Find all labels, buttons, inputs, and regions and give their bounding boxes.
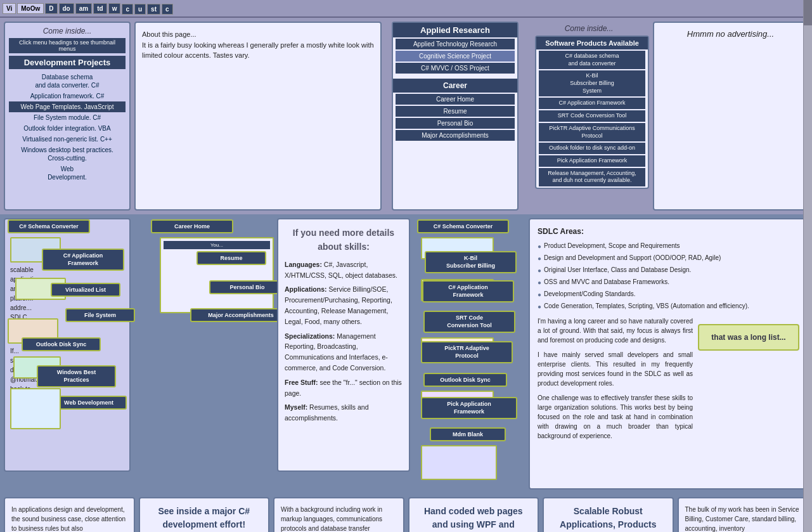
card-major-accomp[interactable]: Major Accomplishments (190, 308, 292, 322)
menu-btn-am[interactable]: am (75, 3, 92, 14)
card-picktr[interactable]: PickTR AdaptiveProtocol (421, 341, 513, 363)
menu-btn-st[interactable]: st (147, 4, 160, 15)
card-outlook-sync[interactable]: Outlook Disk Sync (22, 337, 101, 351)
about-text: About this page...It is a fairly busy lo… (142, 29, 374, 61)
bc5-title: Scalable RobustApplications, Products (550, 505, 666, 531)
menu-btn-do[interactable]: do (59, 3, 74, 14)
card-srt[interactable]: SRT CodeConversion Tool (423, 311, 515, 333)
sdlc-para3: One challenge was to effectively transfe… (538, 393, 693, 441)
card-personal-bio[interactable]: Personal Bio (209, 280, 285, 294)
menu-btn-moow[interactable]: MoOw (17, 3, 44, 14)
card-career-home[interactable]: Career Home (151, 219, 233, 233)
sdlc-item-5: ● Development/Coding Standards. (538, 289, 799, 299)
card-windows-best[interactable]: Windows BestPractices (37, 365, 116, 387)
ar-item-1[interactable]: Applied Technology Research (396, 39, 515, 49)
nav-item-7[interactable]: Windows desktop best practices.Cross-cut… (9, 145, 126, 164)
nav-item-6[interactable]: Virtualised non-generic list. C++ (9, 134, 126, 145)
sdlc-panel: SDLC Areas: ● Product Development, Scope… (529, 218, 808, 490)
menu-btn-vi[interactable]: Vi (3, 3, 16, 14)
right-top-area: Come inside... Software Products Availab… (529, 22, 649, 211)
career-title: Career (393, 79, 517, 93)
card-app-framework[interactable]: C# ApplicationFramework (42, 249, 124, 271)
applied-research-panel: Applied Research Applied Technology Rese… (392, 22, 519, 211)
card-kbil[interactable]: K-BilSubscriber Billing (425, 251, 517, 273)
card-resume[interactable]: Resume (197, 251, 266, 265)
bottom-card-1: In applications design and development, … (4, 497, 135, 532)
bullet-3: ● (538, 266, 541, 275)
left-panel: Come inside... Click menu headings to se… (4, 22, 131, 211)
card-virtual-list[interactable]: Virtualized List (51, 283, 120, 297)
major-accomplishments-link[interactable]: Major Accomplishments (396, 130, 515, 141)
card-mdm[interactable]: Mdm Blank (430, 427, 506, 441)
skills-text-panel: If you need more details about skills: L… (277, 218, 410, 472)
bottom-card-5: Scalable RobustApplications, Products (543, 497, 674, 532)
sdlc-item-1: ● Product Development, Scope and Require… (538, 241, 799, 251)
software-panel: Software Products Available C# database … (535, 36, 649, 189)
sdlc-item-3: ● Original User Interface, Class and Dat… (538, 265, 799, 275)
card-app-fw-2[interactable]: C# ApplicationFramework (422, 280, 514, 302)
software-panel-title: Software Products Available (536, 37, 648, 49)
sp-item-7[interactable]: Pick Application Framework (539, 155, 645, 167)
middle-section: Focu We...and...In a...scalableapplicati… (0, 214, 812, 493)
menu-btn-u[interactable]: u (134, 4, 146, 15)
sp-item-8[interactable]: Release Management, Accounting,and duh n… (539, 168, 645, 186)
applied-research-title: Applied Research (393, 23, 517, 37)
skills-specializations: Specializations: Management Reporting, B… (285, 331, 403, 373)
nav-item-8[interactable]: WebDevelopment. (9, 164, 126, 183)
menu-btn-d[interactable]: D (45, 3, 57, 14)
sp-item-1[interactable]: C# database schemaand data converter (539, 51, 645, 69)
sp-item-4[interactable]: SRT Code Conversion Tool (539, 110, 645, 122)
bullet-5: ● (538, 290, 541, 299)
top-section: Come inside... Click menu headings to se… (0, 18, 812, 214)
menu-btn-td[interactable]: td (93, 3, 106, 14)
hmmm-text: Hmmm no advertising... (661, 29, 801, 39)
bottom-section: In applications design and development, … (0, 493, 812, 532)
bc6-text: The bulk of my work has been in Service … (685, 505, 801, 532)
bc4-title: Hand coded web pagesand using WPF and (416, 505, 532, 531)
bc1-text: In applications design and development, … (11, 505, 127, 532)
menu-btn-c2[interactable]: c (162, 4, 173, 15)
personal-bio-link[interactable]: Personal Bio (396, 118, 515, 129)
card-pick-app[interactable]: Pick ApplicationFramework (421, 397, 517, 419)
right-area: C# Schema Converter K-BilSubscriber Bill… (417, 218, 808, 490)
menu-btn-c[interactable]: c (122, 4, 133, 15)
sp-item-3[interactable]: C# Application Framework (539, 98, 645, 109)
ar-item-3[interactable]: C# MVVC / OSS Project (396, 63, 515, 74)
scrollbar-thumb[interactable] (804, 0, 812, 25)
bullet-2: ● (538, 254, 541, 263)
sp-item-2[interactable]: K-BilSubscriber BillingSystem (539, 70, 645, 96)
resume-link[interactable]: Resume (396, 106, 515, 117)
about-text-panel: About this page...It is a fairly busy lo… (134, 22, 382, 211)
bc2-title: See inside a major C#development effort! (146, 505, 262, 531)
sp-item-6[interactable]: Outlook folder to disk sync add-on (539, 143, 645, 154)
left-panel-title: Development Projects (9, 56, 126, 69)
nav-item-3[interactable]: Web Page Templates. JavaScript (9, 101, 126, 112)
bottom-card-2: See inside a major C#development effort!… (139, 497, 270, 532)
nav-item-2[interactable]: Application framework. C# (9, 91, 126, 101)
sdlc-item-4: ● OSS and MVVC and Database Frameworks. (538, 277, 799, 287)
card-schema-converter-1[interactable]: C# Schema Converter (8, 219, 90, 233)
skills-myself: Myself: Resumes, skills and accomplishme… (285, 402, 403, 424)
center-area: Career Home You... Resume Personal Bio M… (147, 218, 413, 490)
skills-languages: Languages: C#, Javascript, X/HTML/CSS, S… (285, 259, 403, 281)
product-cards-col: C# Schema Converter K-BilSubscriber Bill… (417, 218, 525, 490)
ar-item-2[interactable]: Cognitive Science Project (396, 51, 515, 62)
sdlc-title: SDLC Areas: (538, 226, 799, 237)
card-outlook-2[interactable]: Outlook Disk Sync (423, 373, 507, 387)
sdlc-item-2: ● Design and Development and Support (OO… (538, 253, 799, 263)
nav-item-4[interactable]: File System module. C# (9, 112, 126, 123)
bottom-card-3: With a background including work in mark… (273, 497, 404, 532)
card-file-system[interactable]: File System (65, 308, 135, 322)
skills-title: If you need more details about skills: (285, 226, 403, 254)
nav-item-1[interactable]: Database schemaand data converter. C# (9, 72, 126, 91)
card-web-dev[interactable]: Web Development (51, 396, 127, 410)
card-schema-2[interactable]: C# Schema Converter (417, 219, 509, 233)
sp-item-5[interactable]: PickTR Adaptive CommunicationsProtocol (539, 123, 645, 141)
nav-item-5[interactable]: Outlook folder integration. VBA (9, 123, 126, 134)
scrollbar-right[interactable] (803, 0, 812, 532)
career-home[interactable]: Career Home (396, 94, 515, 105)
come-inside-right: Come inside... (529, 22, 649, 36)
far-right-panel: Hmmm no advertising... (653, 22, 808, 211)
sdlc-item-6: ● Code Generation, Templates, Scripting,… (538, 301, 799, 311)
menu-btn-w[interactable]: w (108, 3, 121, 14)
